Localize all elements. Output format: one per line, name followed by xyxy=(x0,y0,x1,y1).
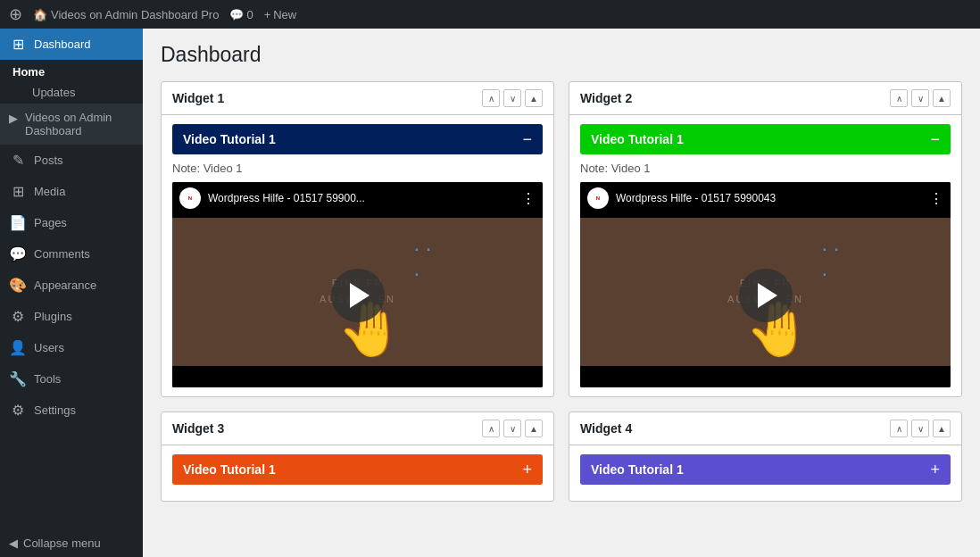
widget-3-down-button[interactable]: ∨ xyxy=(503,420,521,437)
video-bottombar-2 xyxy=(580,366,951,387)
sidebar-item-videos[interactable]: ▶ Videos on Admin Dashboard xyxy=(0,104,143,145)
widget-4: Widget 4 ∧ ∨ ▲ Video Tutorial 1 + xyxy=(569,412,962,502)
widget-grid: Widget 1 ∧ ∨ ▲ Video Tutorial 1 − Note: … xyxy=(161,81,962,502)
sidebar-item-home[interactable]: Home xyxy=(0,60,143,81)
widget-4-down-button[interactable]: ∨ xyxy=(911,420,929,437)
play-button[interactable] xyxy=(331,269,385,322)
video-icon: ▶ xyxy=(9,112,18,125)
tools-icon: 🔧 xyxy=(9,370,27,387)
comment-bubble-icon: 💬 xyxy=(229,8,244,21)
dashboard-icon: ⊞ xyxy=(9,36,27,53)
widget-1-header: Widget 1 ∧ ∨ ▲ xyxy=(162,82,553,115)
sidebar-item-plugins[interactable]: ⚙ Plugins xyxy=(0,301,143,332)
widget-2: Widget 2 ∧ ∨ ▲ Video Tutorial 1 − Note: … xyxy=(569,81,962,397)
video-bottombar xyxy=(172,366,543,387)
widget-3-expand-button[interactable]: ▲ xyxy=(525,420,543,437)
channel-logo: N xyxy=(179,187,201,209)
new-button[interactable]: + New xyxy=(264,8,297,21)
widget-4-controls: ∧ ∨ ▲ xyxy=(890,420,951,437)
widget-3-body: Video Tutorial 1 + xyxy=(162,445,553,501)
widget-2-note: Note: Video 1 xyxy=(580,162,951,175)
sidebar-item-settings[interactable]: ⚙ Settings xyxy=(0,395,143,426)
video-more-icon[interactable]: ⋮ xyxy=(521,190,536,207)
video-title-2: Wordpress Hilfe - 01517 5990043 xyxy=(616,192,922,204)
widget-3-up-button[interactable]: ∧ xyxy=(482,420,500,437)
plugins-icon: ⚙ xyxy=(9,308,27,325)
settings-icon: ⚙ xyxy=(9,402,27,419)
widget-2-up-button[interactable]: ∧ xyxy=(890,89,908,107)
main-content: Dashboard Widget 1 ∧ ∨ ▲ Video Tutorial … xyxy=(143,29,980,557)
widget-1-up-button[interactable]: ∧ xyxy=(482,89,500,107)
sidebar: ⊞ Dashboard Home Updates ▶ Videos on Adm… xyxy=(0,29,143,557)
site-name[interactable]: 🏠 Videos on Admin Dashboard Pro xyxy=(33,8,219,21)
widget-1-down-button[interactable]: ∨ xyxy=(503,89,521,107)
video-title: Wordpress Hilfe - 01517 59900... xyxy=(208,192,514,204)
widget-2-video[interactable]: N Wordpress Hilfe - 01517 5990043 ⋮ EINE… xyxy=(580,182,951,387)
media-icon: ⊞ xyxy=(9,183,27,200)
collapse-icon: ◀ xyxy=(9,536,18,550)
appearance-icon: 🎨 xyxy=(9,277,27,294)
widget-3-header: Widget 3 ∧ ∨ ▲ xyxy=(162,412,553,445)
widget-2-expand-button[interactable]: ▲ xyxy=(933,89,951,107)
widget-3-controls: ∧ ∨ ▲ xyxy=(482,420,543,437)
widget-1-video[interactable]: N Wordpress Hilfe - 01517 59900... ⋮ EIN… xyxy=(172,182,543,387)
comments-icon: 💬 xyxy=(9,245,27,262)
sidebar-item-tools[interactable]: 🔧 Tools xyxy=(0,363,143,395)
sidebar-item-appearance[interactable]: 🎨 Appearance xyxy=(0,270,143,301)
channel-logo-2: N xyxy=(587,187,609,209)
widget-4-expand-video-button[interactable]: + xyxy=(930,461,940,478)
page-title: Dashboard xyxy=(161,43,962,67)
widget-1-controls: ∧ ∨ ▲ xyxy=(482,89,543,107)
pages-icon: 📄 xyxy=(9,214,27,231)
comments-count[interactable]: 💬 0 xyxy=(229,8,253,21)
topbar: ⊕ 🏠 Videos on Admin Dashboard Pro 💬 0 + … xyxy=(0,0,980,29)
widget-4-expand-button[interactable]: ▲ xyxy=(933,420,951,437)
sidebar-item-updates[interactable]: Updates xyxy=(0,81,143,104)
sidebar-item-posts[interactable]: ✎ Posts xyxy=(0,145,143,176)
posts-icon: ✎ xyxy=(9,152,27,169)
widget-4-header: Widget 4 ∧ ∨ ▲ xyxy=(569,412,961,445)
widget-1-note: Note: Video 1 xyxy=(172,162,543,175)
plus-icon: + xyxy=(264,8,271,21)
sidebar-item-dashboard[interactable]: ⊞ Dashboard xyxy=(0,29,143,60)
widget-1-expand-button[interactable]: ▲ xyxy=(525,89,543,107)
wp-logo-icon: ⊕ xyxy=(9,4,22,24)
widget-2-down-button[interactable]: ∨ xyxy=(911,89,929,107)
widget-4-up-button[interactable]: ∧ xyxy=(890,420,908,437)
collapse-menu-button[interactable]: ◀ Collapse menu xyxy=(0,529,143,557)
widget-2-video-bar[interactable]: Video Tutorial 1 − xyxy=(580,124,951,154)
widget-1-collapse-button[interactable]: − xyxy=(522,131,532,147)
widget-2-controls: ∧ ∨ ▲ xyxy=(890,89,951,107)
sidebar-item-users[interactable]: 👤 Users xyxy=(0,332,143,363)
widget-3-video-bar[interactable]: Video Tutorial 1 + xyxy=(172,454,543,485)
users-icon: 👤 xyxy=(9,339,27,356)
video-more-icon-2[interactable]: ⋮ xyxy=(929,190,943,207)
widget-4-video-bar[interactable]: Video Tutorial 1 + xyxy=(580,454,951,485)
widget-1-video-bar[interactable]: Video Tutorial 1 − xyxy=(172,124,543,154)
play-button-2[interactable] xyxy=(739,269,793,322)
widget-2-collapse-button[interactable]: − xyxy=(930,131,940,147)
widget-1-body: Video Tutorial 1 − Note: Video 1 N Wordp… xyxy=(162,115,553,396)
widget-3: Widget 3 ∧ ∨ ▲ Video Tutorial 1 + xyxy=(161,412,554,502)
widget-2-header: Widget 2 ∧ ∨ ▲ xyxy=(569,82,961,115)
sidebar-item-pages[interactable]: 📄 Pages xyxy=(0,207,143,238)
site-icon: 🏠 xyxy=(33,8,47,21)
widget-2-body: Video Tutorial 1 − Note: Video 1 N Wordp… xyxy=(569,115,961,396)
widget-3-expand-video-button[interactable]: + xyxy=(522,461,532,478)
widget-1: Widget 1 ∧ ∨ ▲ Video Tutorial 1 − Note: … xyxy=(161,81,554,397)
widget-4-body: Video Tutorial 1 + xyxy=(569,445,961,501)
sidebar-item-media[interactable]: ⊞ Media xyxy=(0,176,143,207)
sidebar-item-comments[interactable]: 💬 Comments xyxy=(0,238,143,270)
